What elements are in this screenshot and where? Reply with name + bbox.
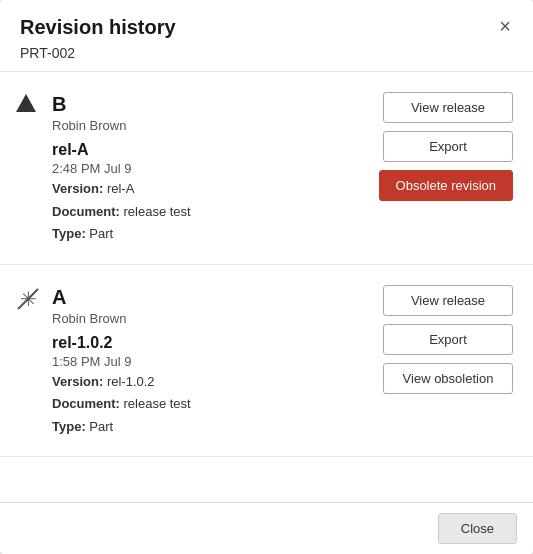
crossed-asterisk-icon: ✳	[16, 287, 40, 311]
document-id: PRT-002	[20, 45, 513, 61]
modal-header: Revision history × PRT-002	[0, 0, 533, 72]
revision-b-content: B Robin Brown rel-A 2:48 PM Jul 9 Versio…	[52, 92, 367, 244]
close-button[interactable]: Close	[438, 513, 517, 544]
revision-a-version: Version: rel-1.0.2	[52, 372, 371, 392]
revision-b-document: Document: release test	[52, 202, 367, 222]
revision-b-author: Robin Brown	[52, 118, 367, 133]
revision-a-time: 1:58 PM Jul 9	[52, 354, 371, 369]
revision-list: B Robin Brown rel-A 2:48 PM Jul 9 Versio…	[0, 72, 533, 502]
triangle-up-icon	[16, 94, 36, 112]
revision-a-letter: A	[52, 285, 371, 309]
modal-title: Revision history	[20, 16, 176, 38]
revision-b-type: Type: Part	[52, 224, 367, 244]
revision-a-type: Type: Part	[52, 417, 371, 437]
revision-item: ✳ A Robin Brown rel-1.0.2 1:58 PM Jul 9 …	[0, 265, 533, 458]
revision-a-document: Document: release test	[52, 394, 371, 414]
modal-footer: Close	[0, 502, 533, 554]
view-obsoletion-a-button[interactable]: View obsoletion	[383, 363, 513, 394]
revision-a-icon: ✳	[16, 285, 52, 311]
close-icon-button[interactable]: ×	[493, 14, 517, 38]
revision-a-content: A Robin Brown rel-1.0.2 1:58 PM Jul 9 Ve…	[52, 285, 371, 437]
revision-item: B Robin Brown rel-A 2:48 PM Jul 9 Versio…	[0, 72, 533, 265]
revision-a-actions: View release Export View obsoletion	[371, 285, 513, 394]
revision-a-rel: rel-1.0.2	[52, 334, 371, 352]
revision-history-modal: Revision history × PRT-002 B Robin Brown…	[0, 0, 533, 554]
revision-b-letter: B	[52, 92, 367, 116]
revision-b-version: Version: rel-A	[52, 179, 367, 199]
revision-b-rel: rel-A	[52, 141, 367, 159]
revision-b-actions: View release Export Obsolete revision	[367, 92, 513, 201]
export-b-button[interactable]: Export	[383, 131, 513, 162]
revision-b-time: 2:48 PM Jul 9	[52, 161, 367, 176]
view-release-a-button[interactable]: View release	[383, 285, 513, 316]
revision-a-author: Robin Brown	[52, 311, 371, 326]
revision-b-icon	[16, 92, 52, 112]
obsolete-revision-b-button[interactable]: Obsolete revision	[379, 170, 513, 201]
view-release-b-button[interactable]: View release	[383, 92, 513, 123]
export-a-button[interactable]: Export	[383, 324, 513, 355]
